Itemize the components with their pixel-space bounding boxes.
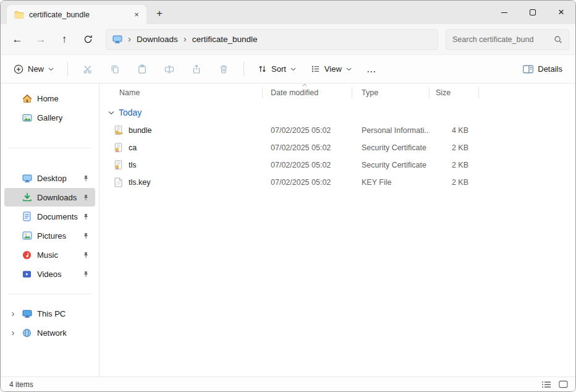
address-bar[interactable]: › Downloads › certificate_bundle	[106, 29, 438, 50]
rename-button[interactable]	[158, 58, 181, 80]
breadcrumb-separator-icon: ›	[182, 34, 188, 45]
titlebar: certificate_bundle × + ×	[1, 1, 575, 24]
more-options-button[interactable]: …	[361, 59, 383, 79]
sidebar-item-documents[interactable]: Documents	[4, 207, 95, 226]
minimize-button[interactable]	[490, 1, 519, 24]
share-button[interactable]	[185, 58, 208, 80]
expand-chevron-icon[interactable]: ›	[9, 328, 17, 337]
column-header-type[interactable]: Type	[352, 83, 430, 102]
file-name: tls.key	[129, 178, 150, 187]
new-tab-button[interactable]: +	[151, 6, 167, 22]
tab-title: certificate_bundle	[29, 11, 125, 19]
sidebar-section-divider	[1, 127, 99, 168]
copy-button[interactable]	[103, 58, 127, 80]
details-button-label: Details	[538, 64, 562, 74]
breadcrumb-downloads[interactable]: Downloads	[137, 35, 178, 44]
pin-icon	[83, 271, 89, 278]
group-label: Today	[119, 108, 142, 117]
sidebar-item-this-pc[interactable]: › This PC	[4, 304, 95, 323]
sidebar-section-divider	[1, 284, 99, 304]
view-button[interactable]: View	[305, 60, 357, 78]
home-icon	[22, 94, 32, 103]
security-certificate-icon	[113, 143, 124, 153]
music-icon	[22, 250, 32, 260]
back-button[interactable]: ←	[7, 30, 28, 49]
cut-icon	[83, 64, 93, 74]
expand-chevron-icon[interactable]: ›	[9, 309, 17, 318]
file-row-tls[interactable]: tls 07/02/2025 05:02 Security Certificat…	[107, 156, 575, 174]
breadcrumb-separator-icon: ›	[127, 34, 132, 45]
chevron-down-icon	[290, 67, 296, 71]
pin-icon	[83, 194, 89, 201]
share-icon	[192, 64, 201, 74]
file-name: bundle	[129, 126, 152, 135]
sort-button-label: Sort	[271, 64, 286, 74]
file-row-ca[interactable]: ca 07/02/2025 05:02 Security Certificate…	[107, 139, 575, 156]
icons-view-toggle[interactable]	[559, 380, 568, 388]
forward-button[interactable]: →	[30, 30, 51, 49]
file-type: Personal Informati...	[352, 126, 430, 135]
file-type: Security Certificate	[352, 143, 430, 152]
new-button-label: New	[28, 64, 44, 74]
column-header-name[interactable]: Name	[107, 83, 263, 102]
breadcrumb-current-folder[interactable]: certificate_bundle	[192, 35, 258, 44]
refresh-icon	[83, 35, 93, 44]
details-button[interactable]: Details	[517, 60, 568, 78]
pin-icon	[83, 232, 89, 239]
delete-button[interactable]	[212, 58, 235, 80]
items-count: 4 items	[9, 380, 33, 389]
up-button[interactable]: ↑	[54, 30, 75, 49]
details-pane-icon	[523, 65, 533, 74]
explorer-tab[interactable]: certificate_bundle ×	[7, 5, 146, 24]
sidebar-item-downloads[interactable]: Downloads	[4, 188, 95, 207]
desktop-icon	[22, 174, 32, 183]
file-date: 07/02/2025 05:02	[263, 161, 352, 169]
file-row-tls-key[interactable]: tls.key 07/02/2025 05:02 KEY File 2 KB	[107, 174, 575, 191]
pin-icon	[83, 213, 89, 220]
tab-close-button[interactable]: ×	[130, 9, 143, 21]
file-date: 07/02/2025 05:02	[263, 126, 352, 135]
pin-icon	[83, 175, 89, 182]
column-header-date-modified[interactable]: Date modified	[263, 83, 352, 102]
sort-icon	[258, 64, 267, 74]
sidebar-item-music[interactable]: Music	[4, 245, 95, 264]
search-icon	[554, 35, 562, 44]
sidebar-item-gallery[interactable]: Gallery	[4, 108, 95, 127]
search-box[interactable]	[446, 29, 569, 50]
group-header-today[interactable]: Today	[107, 103, 575, 122]
file-date: 07/02/2025 05:02	[263, 178, 352, 187]
security-certificate-icon	[113, 160, 124, 170]
chevron-down-icon	[48, 67, 54, 71]
minimize-icon	[501, 12, 507, 13]
sidebar-item-desktop[interactable]: Desktop	[4, 169, 95, 187]
paste-icon	[137, 64, 147, 74]
file-row-bundle[interactable]: bundle 07/02/2025 05:02 Personal Informa…	[107, 122, 575, 139]
copy-icon	[110, 64, 120, 74]
sidebar-item-home[interactable]: Home	[4, 89, 95, 108]
view-button-label: View	[324, 64, 342, 74]
sort-button[interactable]: Sort	[252, 60, 302, 78]
cut-button[interactable]	[76, 58, 100, 80]
trash-icon	[219, 64, 229, 74]
paste-button[interactable]	[130, 58, 154, 80]
column-header-size[interactable]: Size	[430, 83, 479, 102]
chevron-down-icon	[346, 67, 352, 71]
key-file-icon	[113, 177, 124, 187]
close-button[interactable]: ×	[547, 1, 575, 24]
downloads-icon	[22, 192, 32, 202]
status-bar: 4 items	[1, 377, 575, 391]
sidebar-item-videos[interactable]: Videos	[4, 265, 95, 283]
this-pc-icon	[112, 35, 122, 44]
sidebar-item-pictures[interactable]: Pictures	[4, 226, 95, 245]
toolbar-divider	[244, 62, 244, 77]
details-view-toggle[interactable]	[541, 381, 551, 388]
navigation-pane: Home Gallery Desktop	[1, 83, 100, 377]
new-button[interactable]: New	[8, 60, 59, 79]
search-input[interactable]	[452, 35, 550, 44]
maximize-button[interactable]	[519, 1, 547, 24]
refresh-button[interactable]	[77, 30, 98, 49]
group-collapse-icon[interactable]	[108, 111, 114, 115]
sidebar-item-network[interactable]: › Network	[4, 323, 95, 342]
file-size: 4 KB	[430, 126, 479, 135]
plus-circle-icon	[14, 64, 23, 74]
